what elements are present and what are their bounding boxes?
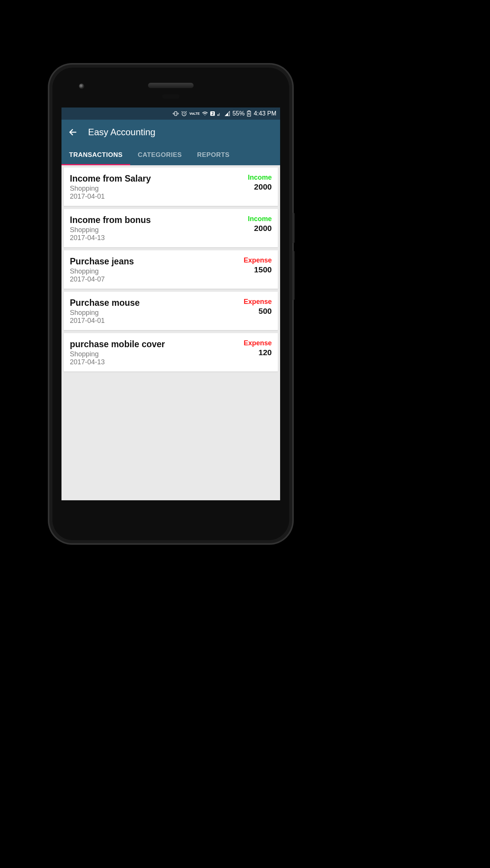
tab-categories[interactable]: CATEGORIES [130, 145, 189, 165]
transaction-date: 2017-04-07 [70, 275, 240, 283]
app-title: Easy Accounting [88, 127, 155, 138]
transaction-type: Income [248, 174, 272, 182]
app-bar: Easy Accounting [61, 120, 280, 145]
transaction-date: 2017-04-13 [70, 358, 240, 366]
transaction-category: Shopping [70, 350, 240, 358]
front-camera [79, 84, 84, 89]
transaction-row[interactable]: Income from Salary Shopping 2017-04-01 I… [64, 168, 278, 206]
tab-transactions[interactable]: TRANSACTIONS [61, 145, 130, 165]
transaction-title: Income from Salary [70, 174, 244, 184]
transaction-amount: 2000 [248, 182, 272, 191]
tab-label: CATEGORIES [138, 151, 182, 159]
transaction-row[interactable]: Purchase jeans Shopping 2017-04-07 Expen… [64, 250, 278, 289]
wifi-icon [202, 111, 208, 117]
transaction-amount: 2000 [248, 224, 272, 233]
sim-badge: 2 [210, 111, 215, 116]
transaction-title: Purchase jeans [70, 256, 240, 267]
transaction-row[interactable]: Purchase mouse Shopping 2017-04-01 Expen… [64, 292, 278, 330]
earpiece-speaker [148, 83, 194, 88]
transaction-category: Shopping [70, 309, 240, 317]
transaction-title: purchase mobile cover [70, 339, 240, 349]
transaction-amount: 500 [244, 307, 272, 316]
transaction-title: Income from bonus [70, 215, 244, 225]
transaction-row[interactable]: purchase mobile cover Shopping 2017-04-1… [64, 333, 278, 372]
transaction-row[interactable]: Income from bonus Shopping 2017-04-13 In… [64, 209, 278, 247]
vibrate-icon [173, 111, 179, 117]
transactions-list[interactable]: Income from Salary Shopping 2017-04-01 I… [61, 165, 280, 500]
tab-label: TRANSACTIONS [69, 151, 123, 159]
transaction-date: 2017-04-01 [70, 317, 240, 325]
clock-text: 4:43 PM [254, 110, 276, 117]
battery-text: 55% [232, 110, 244, 117]
transaction-type: Expense [244, 256, 272, 264]
alarm-icon [181, 111, 187, 117]
phone-bezel: VoLTE 2 55% 4:43 PM [52, 68, 289, 540]
svg-rect-7 [249, 111, 250, 111]
transaction-category: Shopping [70, 185, 244, 193]
battery-icon [247, 111, 251, 117]
transaction-title: Purchase mouse [70, 298, 240, 308]
tab-label: REPORTS [197, 151, 230, 159]
transaction-category: Shopping [70, 226, 244, 234]
tab-bar: TRANSACTIONS CATEGORIES REPORTS [61, 145, 280, 165]
signal2-icon [225, 111, 230, 116]
transaction-date: 2017-04-01 [70, 193, 244, 201]
proximity-sensor [162, 94, 180, 99]
signal1-icon [217, 111, 222, 116]
screen: VoLTE 2 55% 4:43 PM [61, 108, 280, 500]
svg-rect-0 [175, 112, 176, 116]
transaction-type: Expense [244, 339, 272, 347]
transaction-type: Expense [244, 298, 272, 306]
status-bar: VoLTE 2 55% 4:43 PM [61, 108, 280, 120]
transaction-date: 2017-04-13 [70, 234, 244, 242]
volume-button [292, 213, 295, 243]
transaction-category: Shopping [70, 267, 240, 275]
volte-icon: VoLTE [189, 112, 200, 115]
phone-frame: VoLTE 2 55% 4:43 PM [49, 65, 292, 543]
back-button[interactable] [68, 128, 77, 137]
power-button [292, 251, 295, 300]
transaction-type: Income [248, 215, 272, 223]
tab-reports[interactable]: REPORTS [189, 145, 237, 165]
transaction-amount: 120 [244, 348, 272, 357]
transaction-amount: 1500 [244, 265, 272, 274]
